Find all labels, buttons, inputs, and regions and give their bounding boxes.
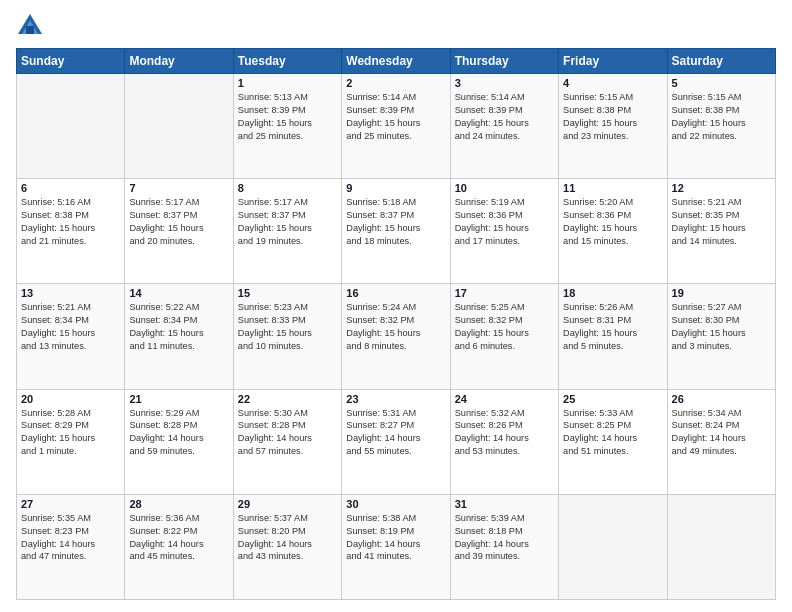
day-info: Sunrise: 5:17 AM Sunset: 8:37 PM Dayligh…: [129, 196, 228, 248]
calendar-cell: 15Sunrise: 5:23 AM Sunset: 8:33 PM Dayli…: [233, 284, 341, 389]
day-number: 9: [346, 182, 445, 194]
calendar-cell: 19Sunrise: 5:27 AM Sunset: 8:30 PM Dayli…: [667, 284, 775, 389]
day-number: 25: [563, 393, 662, 405]
day-info: Sunrise: 5:23 AM Sunset: 8:33 PM Dayligh…: [238, 301, 337, 353]
calendar-cell: 12Sunrise: 5:21 AM Sunset: 8:35 PM Dayli…: [667, 179, 775, 284]
day-info: Sunrise: 5:16 AM Sunset: 8:38 PM Dayligh…: [21, 196, 120, 248]
day-number: 30: [346, 498, 445, 510]
day-number: 6: [21, 182, 120, 194]
day-number: 13: [21, 287, 120, 299]
day-number: 2: [346, 77, 445, 89]
calendar-week-2: 6Sunrise: 5:16 AM Sunset: 8:38 PM Daylig…: [17, 179, 776, 284]
calendar-cell: [667, 494, 775, 599]
day-number: 11: [563, 182, 662, 194]
day-number: 8: [238, 182, 337, 194]
day-number: 3: [455, 77, 554, 89]
day-number: 7: [129, 182, 228, 194]
day-number: 22: [238, 393, 337, 405]
day-number: 31: [455, 498, 554, 510]
calendar-cell: 16Sunrise: 5:24 AM Sunset: 8:32 PM Dayli…: [342, 284, 450, 389]
weekday-header-wednesday: Wednesday: [342, 49, 450, 74]
calendar-cell: 11Sunrise: 5:20 AM Sunset: 8:36 PM Dayli…: [559, 179, 667, 284]
day-info: Sunrise: 5:14 AM Sunset: 8:39 PM Dayligh…: [455, 91, 554, 143]
calendar-cell: 22Sunrise: 5:30 AM Sunset: 8:28 PM Dayli…: [233, 389, 341, 494]
calendar-cell: 24Sunrise: 5:32 AM Sunset: 8:26 PM Dayli…: [450, 389, 558, 494]
day-info: Sunrise: 5:36 AM Sunset: 8:22 PM Dayligh…: [129, 512, 228, 564]
calendar-cell: 31Sunrise: 5:39 AM Sunset: 8:18 PM Dayli…: [450, 494, 558, 599]
calendar-cell: 3Sunrise: 5:14 AM Sunset: 8:39 PM Daylig…: [450, 74, 558, 179]
day-number: 29: [238, 498, 337, 510]
day-info: Sunrise: 5:24 AM Sunset: 8:32 PM Dayligh…: [346, 301, 445, 353]
day-number: 19: [672, 287, 771, 299]
day-number: 15: [238, 287, 337, 299]
day-info: Sunrise: 5:32 AM Sunset: 8:26 PM Dayligh…: [455, 407, 554, 459]
day-info: Sunrise: 5:31 AM Sunset: 8:27 PM Dayligh…: [346, 407, 445, 459]
day-info: Sunrise: 5:15 AM Sunset: 8:38 PM Dayligh…: [672, 91, 771, 143]
day-info: Sunrise: 5:28 AM Sunset: 8:29 PM Dayligh…: [21, 407, 120, 459]
calendar-week-4: 20Sunrise: 5:28 AM Sunset: 8:29 PM Dayli…: [17, 389, 776, 494]
calendar-cell: 9Sunrise: 5:18 AM Sunset: 8:37 PM Daylig…: [342, 179, 450, 284]
day-number: 5: [672, 77, 771, 89]
day-info: Sunrise: 5:35 AM Sunset: 8:23 PM Dayligh…: [21, 512, 120, 564]
day-info: Sunrise: 5:39 AM Sunset: 8:18 PM Dayligh…: [455, 512, 554, 564]
day-number: 26: [672, 393, 771, 405]
day-number: 24: [455, 393, 554, 405]
weekday-header-sunday: Sunday: [17, 49, 125, 74]
day-number: 27: [21, 498, 120, 510]
calendar-cell: 27Sunrise: 5:35 AM Sunset: 8:23 PM Dayli…: [17, 494, 125, 599]
day-number: 28: [129, 498, 228, 510]
logo: [16, 12, 48, 40]
calendar-cell: 23Sunrise: 5:31 AM Sunset: 8:27 PM Dayli…: [342, 389, 450, 494]
day-info: Sunrise: 5:37 AM Sunset: 8:20 PM Dayligh…: [238, 512, 337, 564]
calendar-cell: 26Sunrise: 5:34 AM Sunset: 8:24 PM Dayli…: [667, 389, 775, 494]
weekday-header-monday: Monday: [125, 49, 233, 74]
calendar-cell: 17Sunrise: 5:25 AM Sunset: 8:32 PM Dayli…: [450, 284, 558, 389]
calendar-cell: 6Sunrise: 5:16 AM Sunset: 8:38 PM Daylig…: [17, 179, 125, 284]
day-info: Sunrise: 5:20 AM Sunset: 8:36 PM Dayligh…: [563, 196, 662, 248]
day-number: 20: [21, 393, 120, 405]
day-number: 23: [346, 393, 445, 405]
day-number: 10: [455, 182, 554, 194]
day-info: Sunrise: 5:34 AM Sunset: 8:24 PM Dayligh…: [672, 407, 771, 459]
day-info: Sunrise: 5:26 AM Sunset: 8:31 PM Dayligh…: [563, 301, 662, 353]
day-info: Sunrise: 5:18 AM Sunset: 8:37 PM Dayligh…: [346, 196, 445, 248]
calendar-cell: 21Sunrise: 5:29 AM Sunset: 8:28 PM Dayli…: [125, 389, 233, 494]
weekday-header-saturday: Saturday: [667, 49, 775, 74]
day-info: Sunrise: 5:27 AM Sunset: 8:30 PM Dayligh…: [672, 301, 771, 353]
page: SundayMondayTuesdayWednesdayThursdayFrid…: [0, 0, 792, 612]
weekday-header-tuesday: Tuesday: [233, 49, 341, 74]
day-info: Sunrise: 5:17 AM Sunset: 8:37 PM Dayligh…: [238, 196, 337, 248]
weekday-header-row: SundayMondayTuesdayWednesdayThursdayFrid…: [17, 49, 776, 74]
calendar-cell: [17, 74, 125, 179]
calendar-cell: [559, 494, 667, 599]
day-info: Sunrise: 5:13 AM Sunset: 8:39 PM Dayligh…: [238, 91, 337, 143]
calendar-cell: 5Sunrise: 5:15 AM Sunset: 8:38 PM Daylig…: [667, 74, 775, 179]
calendar-cell: 4Sunrise: 5:15 AM Sunset: 8:38 PM Daylig…: [559, 74, 667, 179]
calendar-cell: 30Sunrise: 5:38 AM Sunset: 8:19 PM Dayli…: [342, 494, 450, 599]
day-number: 4: [563, 77, 662, 89]
day-info: Sunrise: 5:38 AM Sunset: 8:19 PM Dayligh…: [346, 512, 445, 564]
day-info: Sunrise: 5:21 AM Sunset: 8:35 PM Dayligh…: [672, 196, 771, 248]
day-info: Sunrise: 5:33 AM Sunset: 8:25 PM Dayligh…: [563, 407, 662, 459]
calendar-cell: 14Sunrise: 5:22 AM Sunset: 8:34 PM Dayli…: [125, 284, 233, 389]
calendar-cell: 8Sunrise: 5:17 AM Sunset: 8:37 PM Daylig…: [233, 179, 341, 284]
day-number: 14: [129, 287, 228, 299]
day-info: Sunrise: 5:15 AM Sunset: 8:38 PM Dayligh…: [563, 91, 662, 143]
calendar-week-5: 27Sunrise: 5:35 AM Sunset: 8:23 PM Dayli…: [17, 494, 776, 599]
day-info: Sunrise: 5:19 AM Sunset: 8:36 PM Dayligh…: [455, 196, 554, 248]
day-info: Sunrise: 5:21 AM Sunset: 8:34 PM Dayligh…: [21, 301, 120, 353]
weekday-header-thursday: Thursday: [450, 49, 558, 74]
calendar-week-1: 1Sunrise: 5:13 AM Sunset: 8:39 PM Daylig…: [17, 74, 776, 179]
day-info: Sunrise: 5:30 AM Sunset: 8:28 PM Dayligh…: [238, 407, 337, 459]
calendar-cell: 7Sunrise: 5:17 AM Sunset: 8:37 PM Daylig…: [125, 179, 233, 284]
day-number: 21: [129, 393, 228, 405]
calendar-cell: 10Sunrise: 5:19 AM Sunset: 8:36 PM Dayli…: [450, 179, 558, 284]
weekday-header-friday: Friday: [559, 49, 667, 74]
calendar-week-3: 13Sunrise: 5:21 AM Sunset: 8:34 PM Dayli…: [17, 284, 776, 389]
calendar-cell: 29Sunrise: 5:37 AM Sunset: 8:20 PM Dayli…: [233, 494, 341, 599]
day-number: 16: [346, 287, 445, 299]
calendar-cell: 20Sunrise: 5:28 AM Sunset: 8:29 PM Dayli…: [17, 389, 125, 494]
svg-rect-2: [26, 26, 34, 34]
day-number: 12: [672, 182, 771, 194]
logo-icon: [16, 12, 44, 40]
